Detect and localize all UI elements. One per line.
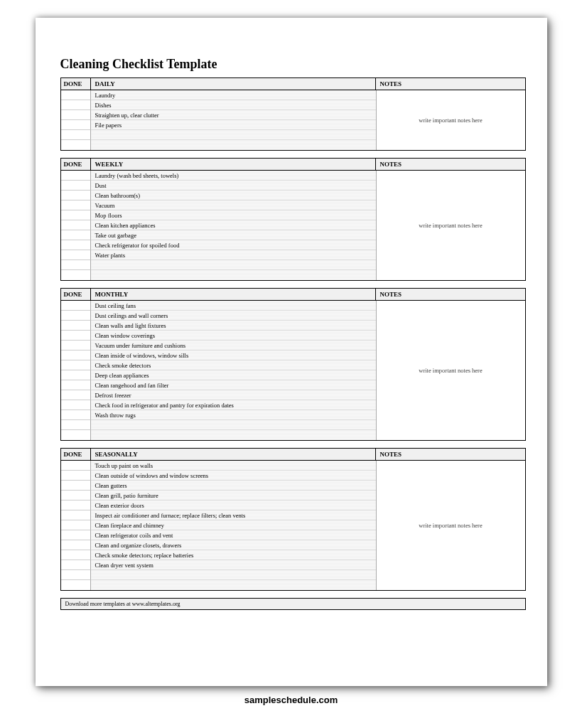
done-checkbox[interactable] xyxy=(61,140,91,150)
task-cell: Dust ceiling fans xyxy=(91,301,376,311)
section-body: Touch up paint on wallsClean outside of … xyxy=(60,461,526,591)
watermark: sampleschedule.com xyxy=(244,695,338,705)
done-checkbox[interactable] xyxy=(61,360,91,370)
task-cell: Clean walls and light fixtures xyxy=(91,321,376,331)
done-checkbox[interactable] xyxy=(61,191,91,200)
task-cell: Clean inside of windows, window sills xyxy=(91,350,376,360)
section-header: DONESEASONALLYNOTES xyxy=(60,448,526,461)
task-cell: Touch up paint on walls xyxy=(91,461,376,471)
done-checkbox[interactable] xyxy=(61,491,91,500)
done-checkbox[interactable] xyxy=(61,481,91,491)
done-checkbox[interactable] xyxy=(61,260,91,270)
task-cell: Vacuum xyxy=(91,200,376,210)
done-checkbox[interactable] xyxy=(61,410,91,420)
done-checkbox[interactable] xyxy=(61,550,91,560)
done-checkbox[interactable] xyxy=(61,500,91,510)
task-cell: Water plants xyxy=(91,250,376,260)
done-checkbox[interactable] xyxy=(61,250,91,260)
task-cell: Clean window coverings xyxy=(91,331,376,341)
task-cell: Clean exterior doors xyxy=(91,500,376,510)
done-checkbox[interactable] xyxy=(61,560,91,570)
done-checkbox[interactable] xyxy=(61,331,91,341)
done-checkbox[interactable] xyxy=(61,311,91,321)
header-task: MONTHLY xyxy=(91,289,376,300)
section-body: Dust ceiling fansDust ceilings and wall … xyxy=(60,301,526,441)
done-checkbox[interactable] xyxy=(61,220,91,230)
done-checkbox[interactable] xyxy=(61,510,91,520)
task-cell xyxy=(91,430,376,440)
done-column xyxy=(61,171,91,280)
task-cell: Clean kitchen appliances xyxy=(91,220,376,230)
done-checkbox[interactable] xyxy=(61,181,91,191)
header-notes: NOTES xyxy=(376,78,525,90)
done-checkbox[interactable] xyxy=(61,130,91,140)
task-cell: Clean rangehood and fan filter xyxy=(91,380,376,390)
done-checkbox[interactable] xyxy=(61,380,91,390)
done-checkbox[interactable] xyxy=(61,90,91,100)
task-cell: Laundry (wash bed sheets, towels) xyxy=(91,171,376,181)
done-checkbox[interactable] xyxy=(61,520,91,530)
task-cell: Clean grill, patio furniture xyxy=(91,491,376,500)
task-cell: Vacuum under furniture and cushions xyxy=(91,341,376,350)
done-column xyxy=(61,461,91,590)
task-cell xyxy=(91,580,376,590)
done-checkbox[interactable] xyxy=(61,400,91,410)
task-cell: Clean gutters xyxy=(91,481,376,491)
done-checkbox[interactable] xyxy=(61,350,91,360)
task-cell: Clean dryer vent system xyxy=(91,560,376,570)
done-checkbox[interactable] xyxy=(61,321,91,331)
done-checkbox[interactable] xyxy=(61,240,91,250)
task-cell: Clean outside of windows and window scre… xyxy=(91,471,376,481)
done-checkbox[interactable] xyxy=(61,471,91,481)
task-cell xyxy=(91,570,376,580)
done-checkbox[interactable] xyxy=(61,230,91,240)
done-checkbox[interactable] xyxy=(61,301,91,311)
notes-column[interactable]: write important notes here xyxy=(376,301,525,440)
notes-column[interactable]: write important notes here xyxy=(376,461,525,590)
done-checkbox[interactable] xyxy=(61,420,91,430)
done-checkbox[interactable] xyxy=(61,210,91,220)
footer-note: Download more templates at www.altemplat… xyxy=(60,598,526,610)
page-title: Cleaning Checklist Template xyxy=(60,57,526,72)
header-done: DONE xyxy=(61,78,91,90)
task-cell: Dishes xyxy=(91,100,376,110)
done-column xyxy=(61,301,91,440)
done-checkbox[interactable] xyxy=(61,110,91,120)
done-checkbox[interactable] xyxy=(61,430,91,440)
task-cell: Deep clean appliances xyxy=(91,370,376,380)
task-column: Dust ceiling fansDust ceilings and wall … xyxy=(91,301,376,440)
done-checkbox[interactable] xyxy=(61,570,91,580)
done-checkbox[interactable] xyxy=(61,200,91,210)
task-cell: Check smoke detectors; replace batteries xyxy=(91,550,376,560)
section-header: DONEMONTHLYNOTES xyxy=(60,288,526,301)
done-checkbox[interactable] xyxy=(61,270,91,280)
done-checkbox[interactable] xyxy=(61,461,91,471)
done-checkbox[interactable] xyxy=(61,171,91,181)
task-cell: Dust ceilings and wall corners xyxy=(91,311,376,321)
task-cell: Check refrigerator for spoiled food xyxy=(91,240,376,250)
task-cell: Clean refrigerator coils and vent xyxy=(91,530,376,540)
done-checkbox[interactable] xyxy=(61,370,91,380)
section-body: Laundry (wash bed sheets, towels)DustCle… xyxy=(60,171,526,281)
task-cell xyxy=(91,270,376,280)
done-checkbox[interactable] xyxy=(61,530,91,540)
task-cell xyxy=(91,140,376,150)
task-cell: Take out garbage xyxy=(91,230,376,240)
done-checkbox[interactable] xyxy=(61,100,91,110)
task-cell xyxy=(91,130,376,140)
notes-column[interactable]: write important notes here xyxy=(376,171,525,280)
done-checkbox[interactable] xyxy=(61,580,91,590)
header-notes: NOTES xyxy=(376,449,525,460)
task-cell: File papers xyxy=(91,120,376,130)
task-cell: Check smoke detectors xyxy=(91,360,376,370)
task-cell: Defrost freezer xyxy=(91,390,376,400)
section-header: DONEDAILYNOTES xyxy=(60,77,526,90)
done-checkbox[interactable] xyxy=(61,540,91,550)
header-done: DONE xyxy=(61,289,91,300)
done-checkbox[interactable] xyxy=(61,120,91,130)
done-checkbox[interactable] xyxy=(61,390,91,400)
notes-column[interactable]: write important notes here xyxy=(376,90,525,150)
header-notes: NOTES xyxy=(376,159,525,170)
header-done: DONE xyxy=(61,159,91,170)
done-checkbox[interactable] xyxy=(61,341,91,350)
